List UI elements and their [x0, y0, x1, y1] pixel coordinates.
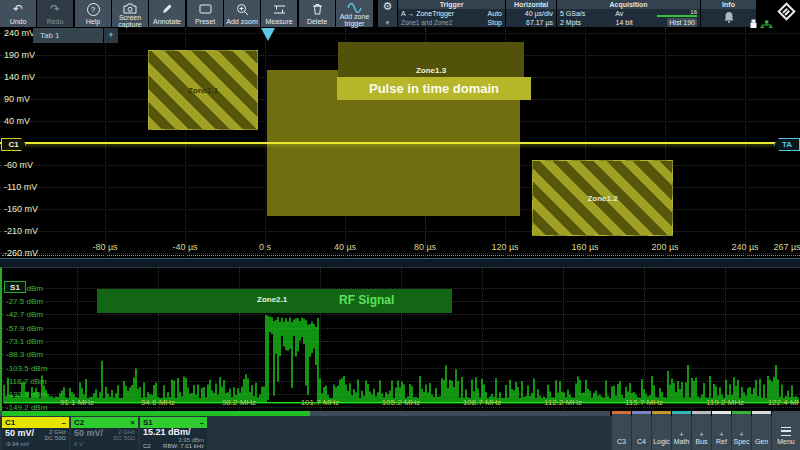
button-ref[interactable]: +Ref — [712, 411, 731, 450]
toolbar: ↶ Undo ↷ Redo ? Help Screen capture Anno… — [0, 0, 800, 27]
time-y-axis-label: 240 mV — [4, 28, 35, 38]
zone-1-2-label: Zone1.2 — [587, 194, 617, 203]
trigger-mode: Auto — [488, 9, 502, 18]
toolbar-settings-button[interactable]: ⚙ ▼ — [378, 0, 397, 27]
gridline-h — [0, 33, 800, 34]
gear-icon: ⚙ — [383, 1, 393, 12]
oscilloscope-screen: ↶ Undo ↷ Redo ? Help Screen capture Anno… — [0, 0, 800, 450]
preset-button[interactable]: Preset — [187, 0, 223, 27]
plus-icon: + — [719, 431, 723, 438]
time-x-axis-label: 200 µs — [651, 242, 678, 252]
undo-button[interactable]: ↶ Undo — [0, 0, 36, 27]
screen-capture-button[interactable]: Screen capture — [112, 0, 148, 27]
trigger-aux-badge[interactable]: TA — [774, 138, 800, 151]
button-label: Bus — [695, 438, 707, 445]
plus-icon: + — [108, 30, 113, 40]
spectrum-x-axis-label: 91.1 MHz — [60, 398, 94, 407]
acquisition-record-length: 2 Mpts — [560, 18, 581, 27]
button-label: Menu — [777, 438, 795, 445]
spectrum-x-axis-label: 101.7 MHz — [301, 398, 340, 407]
button-c4[interactable]: C4 — [632, 411, 651, 450]
acquisition-mode: Av — [615, 9, 623, 18]
channel-color-stripe — [732, 411, 751, 414]
info-section-title: Info — [701, 0, 756, 9]
button-label: C4 — [637, 438, 646, 445]
trigger-state: Stop — [488, 18, 502, 27]
button-menu[interactable]: Menu — [772, 411, 800, 450]
time-y-axis-label: 40 mV — [4, 116, 30, 126]
camera-icon — [123, 3, 137, 14]
button-math[interactable]: +Math — [672, 411, 691, 450]
s1-spectrum-badge[interactable]: S1 — [4, 281, 26, 293]
undo-icon: ↶ — [13, 3, 23, 15]
tab-tab1[interactable]: Tab 1 — [33, 28, 103, 43]
notification-bell-icon[interactable] — [701, 9, 756, 24]
help-button[interactable]: ? Help — [75, 0, 111, 27]
button-label: Ref — [716, 438, 727, 445]
button-bus[interactable]: +Bus — [692, 411, 711, 450]
time-x-axis-label: 80 µs — [414, 242, 436, 252]
menu-icon — [781, 427, 791, 436]
channel-color-stripe — [612, 411, 631, 414]
channel-color-stripe — [752, 411, 771, 414]
redo-icon: ↷ — [50, 3, 60, 15]
c1-trace — [0, 142, 800, 144]
time-y-axis-label: 190 mV — [4, 50, 35, 60]
button-label: Logic — [653, 438, 670, 445]
time-x-axis-label: 40 µs — [334, 242, 356, 252]
spectrum-x-axis-label: 108.7 MHz — [463, 398, 502, 407]
time-y-axis-label: -60 mV — [4, 160, 33, 170]
zone-1-1-label: Zone1.1 — [188, 86, 218, 95]
add-tab-button[interactable]: + — [104, 28, 118, 43]
add-zone-trigger-button[interactable]: Add zone trigger — [336, 0, 373, 27]
rohde-schwarz-logo — [777, 2, 796, 21]
plus-icon: + — [679, 431, 683, 438]
time-y-axis-label: -110 mV — [4, 182, 37, 192]
pulse-annotation[interactable]: Pulse in time domain — [337, 77, 531, 100]
trigger-position-marker[interactable] — [261, 28, 275, 41]
spectrum-x-axis-label: 105.2 MHz — [382, 398, 421, 407]
acquisition-section-title: Acquisition — [557, 0, 700, 9]
acquisition-section[interactable]: Acquisition 5 GSa/s Av 16 2 Mpts 14 bit … — [557, 0, 700, 27]
redo-button[interactable]: ↷ Redo — [37, 0, 73, 27]
annotate-button[interactable]: Annotate — [149, 0, 185, 27]
zone-1-2[interactable]: Zone1.2 — [532, 160, 673, 236]
channel-color-stripe — [632, 411, 651, 414]
measure-icon — [273, 3, 286, 15]
button-c3[interactable]: C3 — [612, 411, 631, 450]
c1-channel-badge[interactable]: C1 — [1, 138, 26, 151]
trash-icon — [312, 3, 323, 15]
add-zoom-button[interactable]: Add zoom — [224, 0, 260, 27]
button-logic[interactable]: Logic — [652, 411, 671, 450]
time-y-axis-label: 90 mV — [4, 94, 30, 104]
spectrum-x-axis-label: 115.7 MHz — [625, 398, 663, 407]
spectrum-x-axis-label: 112.2 MHz — [544, 398, 582, 407]
time-x-axis-label: 120 µs — [491, 242, 518, 252]
spectrum-x-axis-label: 94.6 MHz — [141, 398, 175, 407]
panel-divider[interactable] — [0, 258, 800, 267]
acquisition-sample-rate: 5 GSa/s — [560, 9, 585, 18]
button-spec[interactable]: +Spec — [732, 411, 751, 450]
bottom-button-bar: C3C4Logic+Math+Bus+Ref+SpecGenMenu — [0, 411, 800, 450]
horizontal-section-title: Horizontal — [506, 0, 556, 9]
delete-button[interactable]: Delete — [299, 0, 335, 27]
time-axis-ticks — [2, 255, 800, 256]
measure-button[interactable]: Measure — [261, 0, 297, 27]
button-gen[interactable]: Gen — [752, 411, 771, 450]
button-label: Math — [674, 438, 690, 445]
channel-color-stripe — [652, 411, 671, 414]
time-x-axis-label: 160 µs — [571, 242, 598, 252]
info-section[interactable]: Info — [701, 0, 756, 27]
time-y-axis-label: 140 mV — [4, 72, 35, 82]
gridline-h — [0, 231, 800, 232]
spectrum-diagram: Zone2.1 RF Signal S1 -12.3 dBm-27.5 dBm-… — [0, 267, 800, 411]
channel-color-stripe — [672, 411, 691, 414]
horizontal-section[interactable]: Horizontal 40 µs/div 67.17 µs — [506, 0, 556, 27]
pencil-icon — [161, 3, 173, 15]
trigger-section[interactable]: Trigger A → ZoneTrigger Auto Zone1 and Z… — [398, 0, 505, 27]
spectrum-x-axis-label: 119.2 MHz — [706, 398, 744, 407]
time-x-axis-label: 0 s — [259, 242, 271, 252]
spectrum-x-axis-label: 98.2 MHz — [222, 398, 256, 407]
zone-1-1[interactable]: Zone1.1 — [148, 50, 258, 130]
acquisition-progress-bar — [657, 15, 697, 18]
